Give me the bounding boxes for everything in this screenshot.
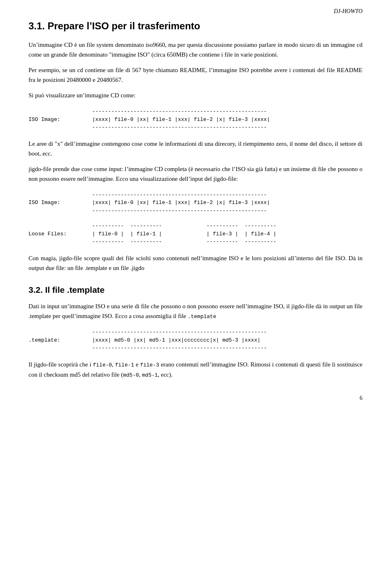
section-32-para1: Dati in input un’immagine ISO e una seri… bbox=[29, 301, 362, 321]
section-31-para6: Con magia, jigdo-file scopre quali dei f… bbox=[29, 253, 362, 273]
page-header: DJ-HOWTO bbox=[334, 8, 362, 15]
code-file0: file-0 bbox=[93, 362, 112, 368]
section-31-para2: Per esempio, se un cd contiene un file d… bbox=[29, 65, 362, 85]
para2-mid4: , bbox=[139, 371, 142, 378]
page-container: DJ-HOWTO 3.1. Prepare l’ISO per il trasf… bbox=[0, 0, 391, 410]
code-md50: md5-0 bbox=[123, 372, 139, 378]
diagram-template: ----------------------------------------… bbox=[29, 328, 362, 352]
section-32-heading: 3.2. Il file .template bbox=[29, 285, 362, 295]
section-32-para2: Il jigdo-file scoprirà che i file-0, fil… bbox=[29, 360, 362, 380]
section-31-para3: Si può visualizzare un’immagine CD come: bbox=[29, 90, 362, 100]
diagram-loose-files: ---------- ---------- ---------- -------… bbox=[29, 222, 362, 246]
para2-mid5: , ecc). bbox=[158, 371, 173, 378]
para2-mid2: e bbox=[134, 361, 140, 368]
para2-mid1: , bbox=[112, 361, 115, 368]
section-31-heading: 3.1. Prepare l’ISO per il trasferimento bbox=[29, 20, 362, 32]
template-inline-code: .template bbox=[188, 314, 216, 320]
code-md51: md5-1 bbox=[142, 372, 158, 378]
section-31-para1: Un’immagine CD è un file system denomina… bbox=[29, 40, 362, 59]
page-number: 6 bbox=[360, 395, 362, 402]
code-file3: file-3 bbox=[140, 362, 159, 368]
para2-start: Il jigdo-file scoprirà che i bbox=[29, 361, 93, 368]
diagram-2: ----------------------------------------… bbox=[29, 191, 362, 215]
header-title: DJ-HOWTO bbox=[334, 8, 362, 14]
section-31-para5: jigdo-file prende due cose come input: l… bbox=[29, 164, 362, 184]
diagram-1: ----------------------------------------… bbox=[29, 108, 362, 132]
section-31-para4: Le aree di "x" dell’immagine contengono … bbox=[29, 139, 362, 158]
code-file1: file-1 bbox=[115, 362, 134, 368]
